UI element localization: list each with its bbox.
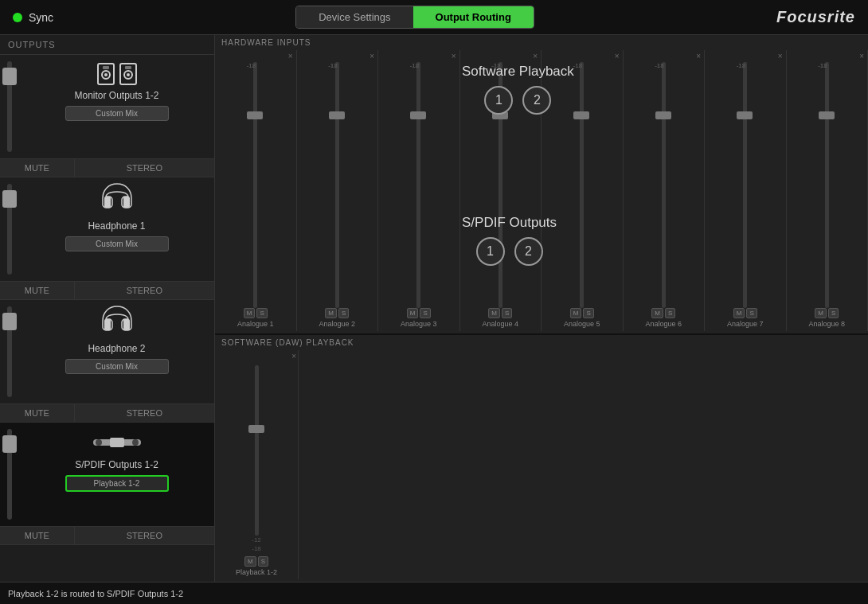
hw-channel-mute-btn[interactable]: M (407, 308, 419, 318)
monitor-fader-col (0, 55, 19, 158)
hw-channel-solo-btn[interactable]: S (665, 308, 675, 318)
hw-channel-mute-btn[interactable]: M (651, 308, 663, 318)
top-bar: Sync Device Settings Output Routing Focu… (0, 0, 868, 35)
hw-channel-close-icon[interactable]: × (613, 50, 621, 62)
hp2-mute-button[interactable]: MUTE (0, 404, 75, 422)
hw-channel-close-icon[interactable]: × (531, 50, 539, 62)
hw-channel-close-icon[interactable]: × (450, 50, 458, 62)
hw-channel-close-icon[interactable]: × (776, 50, 784, 62)
hw-channel-fader-thumb[interactable] (737, 111, 753, 119)
hp1-footer: MUTE STEREO (0, 281, 214, 299)
hp2-label: Headphone 2 (88, 343, 145, 354)
hw-channel-solo-btn[interactable]: S (256, 308, 267, 318)
outputs-panel: OUTPUTS (0, 35, 215, 582)
hw-channel-close-icon[interactable]: × (287, 50, 295, 62)
hp1-mute-button[interactable]: MUTE (0, 282, 75, 299)
svg-rect-8 (104, 197, 111, 208)
hp1-fader-thumb[interactable] (2, 190, 17, 208)
output-section-headphone2: Headphone 2 Custom Mix MUTE STEREO (0, 300, 214, 423)
hw-channel-fader-thumb[interactable] (247, 111, 263, 119)
hw-channel-fader-area: -12-18 (625, 62, 703, 308)
monitor-mix-button[interactable]: Custom Mix (65, 106, 169, 121)
hw-channel-fader-thumb[interactable] (492, 111, 508, 119)
hw-channel-fader-area: -12-18 (217, 62, 295, 308)
hp1-stereo-button[interactable]: STEREO (75, 282, 214, 299)
hp1-mix-button[interactable]: Custom Mix (65, 236, 169, 251)
hp2-mix-button[interactable]: Custom Mix (65, 359, 169, 374)
main-layout: OUTPUTS (0, 35, 868, 582)
output-section-monitor: Monitor Outputs 1-2 Custom Mix MUTE STER… (0, 55, 214, 177)
hw-channel-mute-btn[interactable]: M (325, 308, 337, 318)
sw-channel-close-icon[interactable]: × (290, 350, 298, 362)
hw-channel-level-mark: -18 (491, 62, 501, 69)
svg-rect-7 (125, 66, 131, 69)
speaker-left-icon (97, 63, 115, 85)
hw-channel-close-icon[interactable]: × (858, 50, 866, 62)
spdif-mute-button[interactable]: MUTE (0, 527, 75, 544)
hw-channel-fader-thumb[interactable] (655, 111, 671, 119)
hw-channel-ms-row: MS (651, 308, 675, 318)
status-bar: Playback 1-2 is routed to S/PDIF Outputs… (0, 582, 868, 604)
hw-channel-bottom: MSAnalogue 1 (217, 308, 295, 331)
hp2-footer: MUTE STEREO (0, 403, 214, 422)
svg-point-6 (127, 73, 130, 76)
hw-channel-solo-btn[interactable]: S (502, 308, 512, 318)
hw-channel-fader-thumb[interactable] (573, 111, 589, 119)
monitor-fader-thumb[interactable] (2, 68, 17, 85)
hw-channel-fader-thumb[interactable] (819, 111, 835, 119)
spdif-footer: MUTE STEREO (0, 526, 214, 544)
hw-channel-mute-btn[interactable]: M (815, 308, 827, 318)
hw-channel-4: ×-12-18MSAnalogue 4 (460, 50, 542, 331)
output-section-spdif: S/PDIF Outputs 1-2 Playback 1-2 MUTE STE… (0, 423, 214, 545)
spdif-mix-button[interactable]: Playback 1-2 (65, 475, 169, 492)
hw-channel-close-icon[interactable]: × (694, 50, 702, 62)
sw-solo-btn[interactable]: S (258, 556, 268, 567)
spdif-stereo-button[interactable]: STEREO (75, 527, 214, 544)
hw-channel-6: ×-12-18MSAnalogue 6 (624, 50, 706, 331)
hw-channel-bottom: MSAnalogue 7 (706, 308, 784, 331)
sync-dot-icon (13, 13, 22, 22)
monitor-fader-track (7, 61, 12, 152)
sw-fader-thumb[interactable] (248, 425, 264, 433)
hw-channel-fader-area: -12-18 (299, 62, 377, 308)
hw-channel-mute-btn[interactable]: M (244, 308, 256, 318)
hw-channel-bottom: MSAnalogue 3 (380, 308, 458, 331)
hp1-info: Headphone 1 Custom Mix (19, 177, 214, 281)
monitor-stereo-button[interactable]: STEREO (75, 159, 214, 177)
hw-channel-solo-btn[interactable]: S (583, 308, 593, 318)
sw-mute-btn[interactable]: M (244, 556, 256, 567)
hp1-fader-col (0, 177, 19, 281)
sw-level-mark: -12 (252, 536, 261, 544)
hw-channel-fader-thumb[interactable] (410, 111, 426, 119)
hw-channel-mute-btn[interactable]: M (570, 308, 582, 318)
spdif-fader-thumb[interactable] (2, 435, 17, 453)
hw-channel-fader-area: -12-18 (462, 62, 540, 308)
monitor-footer: MUTE STEREO (0, 158, 214, 177)
hw-channel-solo-btn[interactable]: S (338, 308, 349, 318)
sw-channel-1: ×-12-18MSPlayback 1-2 (215, 350, 299, 579)
sync-label: Sync (29, 11, 53, 24)
sw-fader-track (255, 365, 259, 536)
hp2-stereo-button[interactable]: STEREO (75, 404, 214, 422)
hw-channel-name: Analogue 8 (808, 320, 845, 328)
monitor-mute-button[interactable]: MUTE (0, 159, 75, 177)
hw-inputs-section: HARDWARE INPUTS ×-12-18MSAnalogue 1×-12-… (215, 35, 868, 335)
hw-channel-1: ×-12-18MSAnalogue 1 (215, 50, 297, 331)
hw-channel-level-mark: -18 (655, 62, 664, 69)
hp2-fader-thumb[interactable] (2, 313, 17, 330)
output-routing-tab[interactable]: Output Routing (413, 6, 534, 28)
hw-channel-close-icon[interactable]: × (368, 50, 376, 62)
hw-channel-solo-btn[interactable]: S (420, 308, 430, 318)
sw-channel-name: Playback 1-2 (236, 568, 277, 576)
hw-channel-fader-thumb[interactable] (329, 111, 345, 119)
hw-channel-mute-btn[interactable]: M (488, 308, 500, 318)
hw-channel-7: ×-12-18MSAnalogue 7 (705, 50, 787, 331)
monitor-label: Monitor Outputs 1-2 (74, 90, 158, 101)
spdif-cable-icon (89, 434, 145, 454)
hw-channel-mute-btn[interactable]: M (733, 308, 745, 318)
hw-channel-solo-btn[interactable]: S (828, 308, 839, 318)
device-settings-tab[interactable]: Device Settings (296, 6, 412, 28)
hw-channel-level-mark: -18 (818, 62, 827, 69)
hw-channel-name: Analogue 7 (727, 320, 764, 328)
hw-channel-solo-btn[interactable]: S (746, 308, 757, 318)
